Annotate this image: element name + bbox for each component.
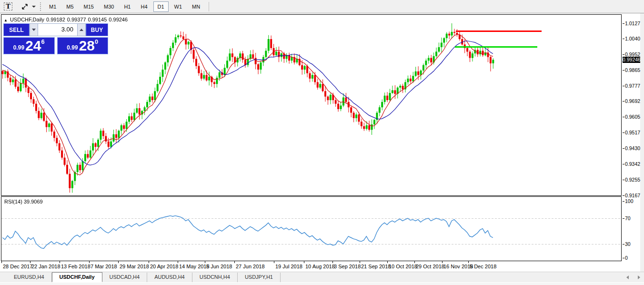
price-axis[interactable]: 1.012751.004000.995250.986500.977750.969…	[622, 13, 640, 272]
rsi-indicator-pane[interactable]: RSI(14) 39.9069	[1, 196, 622, 261]
chart-symbol: USDCHF,Daily	[10, 17, 44, 22]
rsi-axis-label: 70	[625, 215, 631, 221]
one-click-trade-panel: SELL 3.00 BUY 0.99 24 6 0.99 28 0	[3, 23, 108, 54]
date-axis-tick	[468, 261, 469, 263]
sell-price-display[interactable]: 0.99 24 6	[3, 37, 55, 54]
date-axis-tick	[205, 261, 205, 263]
date-axis-label: 3 Sep 2018	[334, 264, 361, 269]
rsi-label: RSI(14) 39.9069	[4, 199, 43, 204]
timeframe-button-m1[interactable]: M1	[45, 1, 60, 12]
sell-price-prefix: 0.99	[13, 44, 24, 51]
rsi-axis-label: 0	[625, 255, 628, 261]
arrows-tool-button[interactable]	[19, 1, 30, 12]
tool-dropdown-caret[interactable]	[30, 1, 37, 12]
timeframe-button-h4[interactable]: H4	[136, 1, 151, 12]
date-axis-tick	[30, 261, 30, 263]
date-axis[interactable]: 28 Dec 201722 Jan 201813 Feb 20187 Mar 2…	[1, 261, 640, 272]
date-axis-tick	[178, 261, 178, 263]
date-axis-label: 10 Aug 2018	[305, 264, 335, 269]
chevron-down-icon	[32, 6, 36, 8]
volume-input[interactable]: 3.00	[38, 23, 77, 36]
date-axis-label: 29 Oct 2018	[416, 264, 444, 269]
volume-increase-button[interactable]	[77, 23, 86, 36]
ohlc-low: 0.99145	[88, 17, 107, 22]
scroll-left-icon	[626, 275, 629, 279]
buy-button[interactable]: BUY	[86, 23, 108, 36]
arrows-icon	[21, 3, 29, 10]
timeframe-button-m5[interactable]: M5	[62, 1, 78, 12]
date-axis-label: 7 Mar 2018	[91, 264, 117, 269]
date-axis-label: 27 Jun 2018	[236, 264, 265, 269]
sell-price-sup: 6	[41, 38, 45, 45]
collapse-arrow-icon: ▲	[4, 18, 8, 22]
ohlc-high: 0.99377	[67, 17, 86, 22]
top-toolbar: T M1M5M15M30H1H4D1W1MN	[0, 0, 644, 13]
status-strip	[0, 283, 644, 285]
timeframe-button-m15[interactable]: M15	[80, 1, 98, 12]
toolbar-separator	[209, 2, 209, 11]
sell-button[interactable]: SELL	[3, 23, 30, 36]
chart-tab-usdjpy-h1[interactable]: USDJPY,H1	[238, 273, 281, 282]
tab-scroll-right-button[interactable]	[636, 275, 641, 280]
date-axis-label: 21 Sep 2018	[361, 264, 391, 269]
date-axis-tick	[1, 261, 2, 263]
date-axis-label: 22 Jan 2018	[31, 264, 60, 269]
date-axis-label: 13 Feb 2018	[61, 264, 91, 269]
window-right-edge	[640, 13, 644, 272]
date-axis-tick	[234, 261, 235, 263]
date-axis-tick	[442, 261, 443, 263]
buy-price-sup: 0	[95, 38, 98, 45]
date-axis-label: 5 Dec 2018	[470, 264, 496, 269]
date-axis-label: 20 Apr 2018	[150, 264, 178, 269]
chart-title: ▲USDCHF,Daily0.991820.993770.991450.9924…	[4, 17, 130, 22]
date-axis-tick	[149, 261, 149, 263]
buy-price-big: 28	[79, 39, 95, 53]
chart-tab-usdcnh-h4[interactable]: USDCNH,H4	[192, 273, 238, 282]
timeframe-button-h1[interactable]: H1	[120, 1, 135, 12]
tab-scroll-left-button[interactable]	[625, 275, 630, 280]
date-axis-label: 16 Nov 2018	[443, 264, 473, 269]
rsi-axis-label: 100	[625, 198, 634, 204]
date-axis-tick	[387, 261, 388, 263]
sell-price-big: 24	[25, 39, 41, 53]
current-price-badge: 0.99246	[623, 57, 640, 63]
date-axis-tick	[360, 261, 360, 263]
buy-price-display[interactable]: 0.99 28 0	[57, 37, 109, 54]
text-tool-icon: T	[4, 2, 12, 10]
chart-tab-usdcad-h4[interactable]: USDCAD,H4	[102, 273, 148, 282]
chart-tab-bar: EURUSD,H4USDCHF,DailyUSDCAD,H4AUDUSD,H4U…	[0, 272, 644, 282]
date-axis-label: 19 Jul 2018	[275, 264, 302, 269]
date-axis-tick	[89, 261, 90, 263]
rsi-axis-label: 30	[625, 241, 631, 247]
buy-price-prefix: 0.99	[67, 44, 78, 51]
date-axis-label: 29 Mar 2018	[120, 264, 149, 269]
chart-tab-usdchf-daily[interactable]: USDCHF,Daily	[52, 272, 102, 282]
spinner-up-icon	[80, 29, 83, 31]
spinner-down-icon	[32, 29, 36, 31]
date-axis-tick	[118, 261, 119, 263]
date-axis-label: 5 Jun 2018	[206, 264, 232, 269]
text-tool-button[interactable]: T	[2, 1, 14, 12]
timeframe-button-d1[interactable]: D1	[153, 1, 169, 12]
toolbar-gripper	[40, 2, 41, 11]
ohlc-open: 0.99182	[46, 17, 65, 22]
ohlc-close: 0.99246	[109, 17, 128, 22]
chart-tab-audusd-h4[interactable]: AUDUSD,H4	[147, 273, 192, 282]
date-axis-tick	[304, 261, 304, 263]
timeframe-toolbar: M1M5M15M30H1H4D1W1MN	[45, 1, 206, 12]
timeframe-button-m30[interactable]: M30	[100, 1, 118, 12]
timeframe-button-w1[interactable]: W1	[170, 1, 187, 12]
date-axis-tick	[332, 261, 333, 263]
volume-decrease-button[interactable]	[30, 23, 38, 36]
date-axis-tick	[414, 261, 415, 263]
date-axis-label: 28 Dec 2017	[3, 264, 32, 269]
chart-tab-eurusd-h4[interactable]: EURUSD,H4	[7, 273, 52, 282]
scroll-right-icon	[638, 275, 640, 279]
rsi-chart-canvas[interactable]	[1, 197, 621, 261]
date-axis-tick	[274, 261, 274, 263]
date-axis-label: 14 May 2018	[179, 264, 210, 269]
date-axis-tick	[60, 261, 60, 263]
date-axis-label: 10 Oct 2018	[389, 264, 417, 269]
timeframe-button-mn[interactable]: MN	[188, 1, 204, 12]
